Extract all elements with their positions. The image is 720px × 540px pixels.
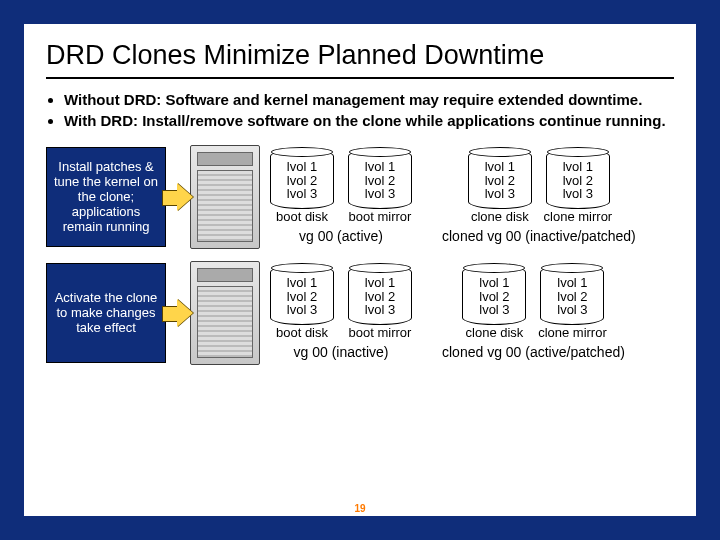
lv-label: lvol 2: [365, 290, 395, 304]
clone-mirror-cyl: lvol 1 lvol 2 lvol 3 clone mirror: [542, 149, 614, 224]
clone-disk-cyl: lvol 1 lvol 2 lvol 3 clone disk: [458, 265, 530, 340]
server-icon: [190, 261, 260, 365]
boot-disk-cyl: lvol 1 lvol 2 lvol 3 boot disk: [266, 149, 338, 224]
lv-label: lvol 3: [365, 303, 395, 317]
lv-label: lvol 1: [287, 160, 317, 174]
boot-mirror-cyl: lvol 1 lvol 2 lvol 3 boot mirror: [344, 265, 416, 340]
arrow-icon: [162, 297, 194, 329]
vg-label: vg 00 (active): [299, 228, 383, 244]
lv-label: lvol 2: [479, 290, 509, 304]
lv-label: lvol 3: [287, 187, 317, 201]
bullet-list: Without DRD: Software and kernel managem…: [46, 91, 674, 131]
clone-mirror-cyl: lvol 1 lvol 2 lvol 3 clone mirror: [536, 265, 608, 340]
server-icon: [190, 145, 260, 249]
boot-disk-cyl: lvol 1 lvol 2 lvol 3 boot disk: [266, 265, 338, 340]
clone-disk-label: clone disk: [471, 210, 529, 224]
vg-clone-active-group: lvol 1 lvol 2 lvol 3 clone disk lvol 1 l…: [442, 265, 625, 360]
lv-label: lvol 2: [557, 290, 587, 304]
lv-label: lvol 1: [287, 276, 317, 290]
vg-inactive-group: lvol 1 lvol 2 lvol 3 boot disk lvol 1 lv…: [266, 265, 416, 360]
note-box-2: Activate the clone to make changes take …: [46, 263, 166, 363]
lv-label: lvol 2: [287, 290, 317, 304]
lv-label: lvol 1: [365, 160, 395, 174]
boot-mirror-cyl: lvol 1 lvol 2 lvol 3 boot mirror: [344, 149, 416, 224]
clone-mirror-label: clone mirror: [538, 326, 607, 340]
clone-disk-cyl: lvol 1 lvol 2 lvol 3 clone disk: [464, 149, 536, 224]
clone-mirror-label: clone mirror: [544, 210, 613, 224]
lv-label: lvol 1: [479, 276, 509, 290]
vg-active-group: lvol 1 lvol 2 lvol 3 boot disk lvol 1 lv…: [266, 149, 416, 244]
mirror-label: boot mirror: [349, 326, 412, 340]
vg-clone-group: lvol 1 lvol 2 lvol 3 clone disk lvol 1 l…: [442, 149, 636, 244]
lv-label: lvol 3: [485, 187, 515, 201]
slide-title: DRD Clones Minimize Planned Downtime: [46, 40, 674, 79]
vg-clone-label: cloned vg 00 (inactive/patched): [442, 228, 636, 244]
lv-label: lvol 2: [563, 174, 593, 188]
disk-label: boot disk: [276, 210, 328, 224]
lv-label: lvol 3: [563, 187, 593, 201]
disk-label: boot disk: [276, 326, 328, 340]
bullet-2: With DRD: Install/remove software on the…: [64, 112, 674, 131]
vg-label: vg 00 (inactive): [294, 344, 389, 360]
lv-label: lvol 3: [287, 303, 317, 317]
note-box-1: Install patches & tune the kernel on the…: [46, 147, 166, 247]
bullet-1: Without DRD: Software and kernel managem…: [64, 91, 674, 110]
lv-label: lvol 3: [557, 303, 587, 317]
lv-label: lvol 1: [485, 160, 515, 174]
lv-label: lvol 3: [365, 187, 395, 201]
vg-clone-label: cloned vg 00 (active/patched): [442, 344, 625, 360]
diagram-row-2: Activate the clone to make changes take …: [46, 261, 674, 365]
page-number: 19: [24, 503, 696, 514]
clone-disk-label: clone disk: [466, 326, 524, 340]
mirror-label: boot mirror: [349, 210, 412, 224]
lv-label: lvol 2: [485, 174, 515, 188]
lv-label: lvol 1: [563, 160, 593, 174]
arrow-icon: [162, 181, 194, 213]
lv-label: lvol 1: [365, 276, 395, 290]
lv-label: lvol 2: [287, 174, 317, 188]
lv-label: lvol 1: [557, 276, 587, 290]
diagram-row-1: Install patches & tune the kernel on the…: [46, 145, 674, 249]
lv-label: lvol 3: [479, 303, 509, 317]
lv-label: lvol 2: [365, 174, 395, 188]
